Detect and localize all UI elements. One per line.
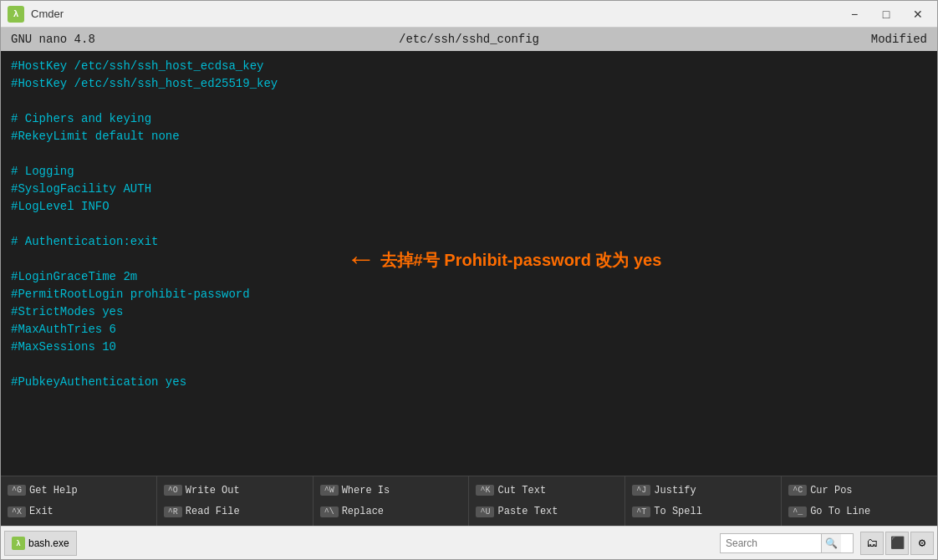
nano-version: GNU nano 4.8 <box>11 33 240 46</box>
minimize-button[interactable]: − <box>842 6 867 23</box>
shortcut-cur-pos[interactable]: ^C Cur Pos <box>788 485 930 496</box>
shortcut-group-4: ^K Cut Text ^U Paste Text <box>469 476 625 526</box>
shortcut-read-file[interactable]: ^R Read File <box>164 506 306 517</box>
shortcut-key: ^U <box>476 507 494 517</box>
terminal-line: #MaxAuthTries 6 <box>11 321 927 339</box>
shortcut-replace[interactable]: ^\ Replace <box>320 506 462 517</box>
shortcut-label: Paste Text <box>497 506 558 517</box>
taskbar-icon-group: 🗂 ⬛ ⚙ <box>860 532 934 555</box>
shortcut-group-2: ^O Write Out ^R Read File <box>157 476 314 526</box>
shortcut-key: ^X <box>8 507 26 517</box>
terminal-line: #SyslogFacility AUTH <box>11 181 927 198</box>
terminal-line: #PermitRootLogin prohibit-password <box>11 286 927 303</box>
taskbar-search-box[interactable]: 🔍 <box>720 533 854 553</box>
shortcut-bar: ^G Get Help ^X Exit ^O Write Out ^R Read… <box>1 476 937 526</box>
terminal-content[interactable]: #HostKey /etc/ssh/ssh_host_ecdsa_key #Ho… <box>1 51 937 476</box>
taskbar-icon-2[interactable]: ⬛ <box>885 532 909 555</box>
terminal-line: #LogLevel INFO <box>11 198 927 216</box>
shortcut-group-3: ^W Where Is ^\ Replace <box>314 476 470 526</box>
shortcut-write-out[interactable]: ^O Write Out <box>164 485 306 496</box>
taskbar-app[interactable]: λ bash.exe <box>4 531 77 556</box>
taskbar: λ bash.exe 🔍 🗂 ⬛ ⚙ <box>1 526 937 559</box>
nano-status: Modified <box>698 33 927 46</box>
maximize-button[interactable]: □ <box>874 6 899 23</box>
shortcut-get-help[interactable]: ^G Get Help <box>8 485 150 496</box>
shortcut-key: ^J <box>632 485 650 496</box>
window: λ Cmder − □ ✕ GNU nano 4.8 /etc/ssh/sshd… <box>0 0 938 560</box>
arrow-icon: ← <box>352 243 370 277</box>
shortcut-key: ^\ <box>320 507 339 517</box>
window-title: Cmder <box>31 8 842 20</box>
shortcut-label: Justify <box>654 485 696 496</box>
shortcut-label: Where Is <box>342 485 390 496</box>
taskbar-icon-1[interactable]: 🗂 <box>860 532 884 555</box>
annotation-text: 去掉#号 Prohibit-password 改为 yes <box>380 249 662 272</box>
terminal-line: #PubkeyAuthentication yes <box>11 374 927 391</box>
shortcut-label: Exit <box>29 506 54 517</box>
shortcut-label: To Spell <box>654 506 702 517</box>
shortcut-group-1: ^G Get Help ^X Exit <box>1 476 157 526</box>
shortcut-go-to-line[interactable]: ^_ Go To Line <box>788 506 930 517</box>
nano-filename: /etc/ssh/sshd_config <box>240 33 698 46</box>
shortcut-where-is[interactable]: ^W Where Is <box>320 485 462 496</box>
shortcut-exit[interactable]: ^X Exit <box>8 506 150 517</box>
title-bar: λ Cmder − □ ✕ <box>1 1 937 28</box>
terminal-line: # Ciphers and keying <box>11 110 927 128</box>
terminal-line: #RekeyLimit default none <box>11 128 927 145</box>
shortcut-key: ^W <box>320 485 339 496</box>
shortcut-label: Get Help <box>29 485 78 496</box>
search-input[interactable] <box>721 536 821 551</box>
annotation-overlay: ← 去掉#号 Prohibit-password 改为 yes <box>352 243 661 277</box>
shortcut-key: ^G <box>8 485 26 496</box>
shortcut-key: ^O <box>164 485 182 496</box>
terminal-line: #MaxSessions 10 <box>11 339 927 356</box>
shortcut-key: ^R <box>164 507 182 517</box>
shortcut-justify[interactable]: ^J Justify <box>632 485 774 496</box>
shortcut-key: ^K <box>476 485 494 496</box>
shortcut-label: Cut Text <box>497 485 546 496</box>
terminal-line: #HostKey /etc/ssh/ssh_host_ed25519_key <box>11 75 927 93</box>
shortcut-label: Read File <box>186 506 240 517</box>
shortcut-group-6: ^C Cur Pos ^_ Go To Line <box>782 476 937 526</box>
shortcut-key: ^_ <box>788 507 807 517</box>
shortcut-to-spell[interactable]: ^T To Spell <box>632 506 774 517</box>
shortcut-cut-text[interactable]: ^K Cut Text <box>476 485 618 496</box>
shortcut-label: Go To Line <box>810 506 870 517</box>
shortcut-label: Cur Pos <box>810 485 852 496</box>
search-button[interactable]: 🔍 <box>821 534 841 552</box>
app-icon: λ <box>8 6 24 23</box>
shortcut-label: Write Out <box>186 485 240 496</box>
shortcut-paste-text[interactable]: ^U Paste Text <box>476 506 618 517</box>
terminal-line: #HostKey /etc/ssh/ssh_host_ecdsa_key <box>11 58 927 75</box>
shortcut-key: ^C <box>788 485 807 496</box>
close-button[interactable]: ✕ <box>905 6 930 23</box>
window-controls: − □ ✕ <box>842 6 930 23</box>
shortcut-label: Replace <box>342 506 384 517</box>
taskbar-app-icon: λ <box>12 537 25 550</box>
taskbar-app-label: bash.exe <box>28 537 69 549</box>
taskbar-icon-3[interactable]: ⚙ <box>910 532 934 555</box>
shortcut-key: ^T <box>632 507 650 517</box>
shortcut-group-5: ^J Justify ^T To Spell <box>625 476 782 526</box>
nano-header: GNU nano 4.8 /etc/ssh/sshd_config Modifi… <box>1 28 937 51</box>
terminal-line: #StrictModes yes <box>11 303 927 321</box>
terminal-line: # Logging <box>11 163 927 181</box>
